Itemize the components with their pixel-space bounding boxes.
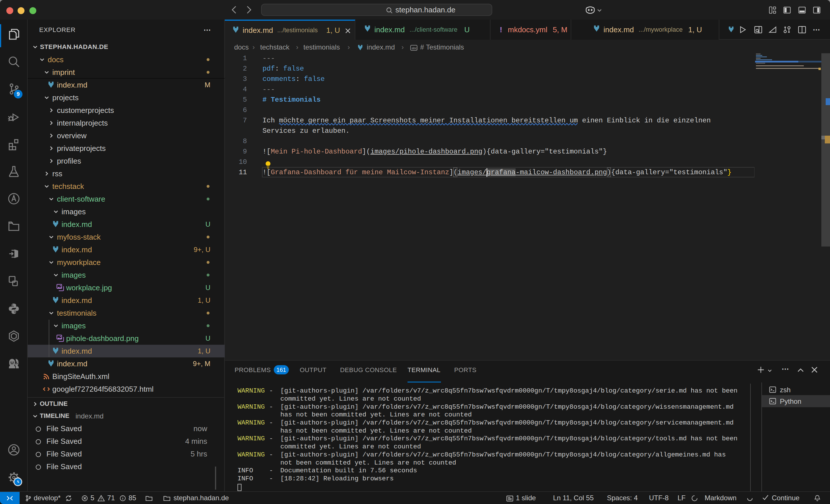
- svg-text:abc: abc: [411, 46, 417, 50]
